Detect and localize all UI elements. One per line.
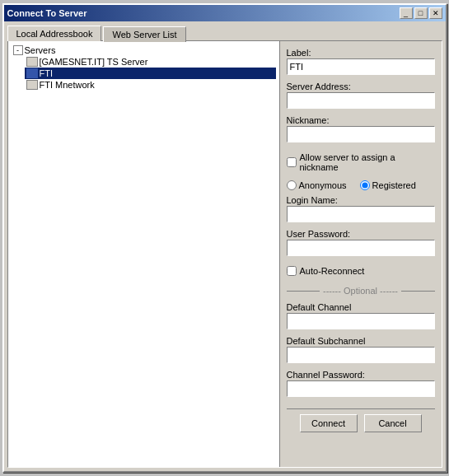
server-address-label: Server Address: (287, 82, 435, 91)
auto-reconnect-row: Auto-Reconnect (287, 266, 435, 276)
server-icon-0 (26, 57, 38, 67)
allow-server-nickname-label: Allow server to assign a nickname (300, 152, 435, 172)
registered-radio-item: Registered (360, 180, 416, 190)
server-address-input[interactable] (287, 92, 435, 109)
title-bar: Connect To Server _ □ ✕ (4, 5, 446, 21)
anonymous-radio[interactable] (287, 180, 297, 190)
channel-password-label: Channel Password: (287, 370, 435, 380)
tree-root-label: Servers (25, 45, 56, 55)
minimize-button[interactable]: _ (400, 7, 413, 19)
allow-server-nickname-checkbox[interactable] (287, 157, 297, 167)
login-name-label: Login Name: (287, 195, 435, 205)
cancel-button[interactable]: Cancel (364, 414, 422, 432)
tree-root[interactable]: - Servers (12, 44, 276, 56)
nickname-label: Nickname: (287, 115, 435, 125)
channel-password-input[interactable] (287, 380, 435, 397)
label-field-label: Label: (287, 48, 435, 58)
window-title: Connect To Server (7, 8, 87, 18)
left-panel: - Servers [GAMESNET.IT] TS Server FTI FT… (8, 41, 280, 467)
tree-item-1[interactable]: FTI (25, 68, 276, 79)
login-name-group: Login Name: (287, 195, 435, 222)
tree-label-1: FTI (40, 68, 54, 78)
tree-item-0[interactable]: [GAMESNET.IT] TS Server (25, 56, 276, 68)
optional-divider: ------ Optional ------ (287, 286, 435, 296)
tab-local-addressbook[interactable]: Local Addressbook (7, 26, 102, 41)
channel-password-group: Channel Password: (287, 370, 435, 397)
tree-label-2: FTI Mnetwork (40, 80, 95, 90)
close-button[interactable]: ✕ (429, 7, 442, 19)
default-channel-input[interactable] (287, 313, 435, 329)
anonymous-radio-item: Anonymous (287, 180, 347, 190)
registered-radio[interactable] (360, 180, 370, 190)
tree-children: [GAMESNET.IT] TS Server FTI FTI Mnetwork (12, 56, 276, 91)
nickname-input[interactable] (287, 126, 435, 142)
maximize-button[interactable]: □ (414, 7, 428, 19)
default-subchannel-input[interactable] (287, 347, 435, 363)
auto-reconnect-label: Auto-Reconnect (300, 266, 365, 276)
server-icon-2 (26, 80, 38, 90)
auth-type-row: Anonymous Registered (287, 180, 435, 190)
login-name-input[interactable] (287, 206, 435, 222)
anonymous-label: Anonymous (299, 180, 347, 190)
optional-label: ------ Optional ------ (323, 286, 398, 296)
button-row: Connect Cancel (287, 408, 435, 434)
allow-server-nickname-row: Allow server to assign a nickname (287, 152, 435, 172)
user-password-input[interactable] (287, 240, 435, 256)
default-subchannel-label: Default Subchannel (287, 336, 435, 346)
user-password-group: User Password: (287, 229, 435, 256)
registered-label: Registered (372, 180, 416, 190)
server-address-group: Server Address: (287, 82, 435, 109)
label-field-group: Label: (287, 48, 435, 75)
tree-item-2[interactable]: FTI Mnetwork (25, 79, 276, 91)
user-password-label: User Password: (287, 229, 435, 239)
tree-expand-icon[interactable]: - (13, 45, 23, 55)
title-bar-buttons: _ □ ✕ (400, 7, 442, 19)
tab-web-server-list[interactable]: Web Server List (103, 26, 185, 42)
main-window: Connect To Server _ □ ✕ Local Addressboo… (2, 3, 447, 473)
tree-label-0: [GAMESNET.IT] TS Server (40, 57, 148, 67)
default-channel-label: Default Channel (287, 302, 435, 312)
content-area: - Servers [GAMESNET.IT] TS Server FTI FT… (7, 40, 442, 468)
auto-reconnect-checkbox[interactable] (287, 266, 297, 276)
connect-button[interactable]: Connect (300, 414, 358, 432)
default-subchannel-group: Default Subchannel (287, 336, 435, 363)
nickname-group: Nickname: (287, 115, 435, 142)
right-panel: Label: Server Address: Nickname: Allow s… (280, 41, 442, 467)
default-channel-group: Default Channel (287, 302, 435, 329)
label-input[interactable] (287, 58, 435, 75)
server-icon-1 (26, 68, 38, 78)
tab-bar: Local Addressbook Web Server List (4, 21, 446, 40)
